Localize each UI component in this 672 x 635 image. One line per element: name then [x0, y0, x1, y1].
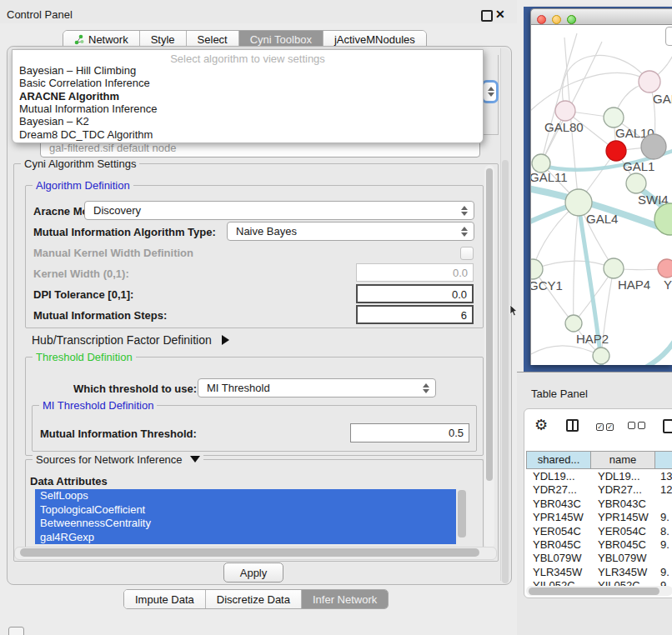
sources-group-title[interactable]: Sources for Network Inference: [33, 453, 203, 466]
network-edge[interactable]: [533, 261, 614, 269]
split-columns-icon[interactable]: [566, 419, 579, 432]
mi-threshold-group-title: MI Threshold Definition: [39, 399, 157, 412]
attributes-list-scrollbar-thumb[interactable]: [458, 490, 466, 538]
mi-type-label: Mutual Information Algorithm Type:: [33, 226, 216, 238]
network-node-y[interactable]: [658, 259, 672, 278]
network-window-titlebar[interactable]: [530, 8, 672, 25]
network-node-gcy1[interactable]: [531, 259, 543, 279]
table-row[interactable]: YDL19...YDL19...13: [524, 469, 672, 482]
network-node[interactable]: [654, 203, 672, 235]
table-cell: YBL079W: [533, 552, 582, 564]
kernel-width-field[interactable]: 0.0: [356, 263, 474, 282]
tab-select[interactable]: Select: [186, 31, 238, 48]
deselect-all-columns-icon[interactable]: [628, 419, 648, 432]
network-node-swi4[interactable]: [626, 173, 646, 193]
algorithm-popup-item[interactable]: Dream8 DC_TDC Algorithm: [19, 128, 153, 141]
table-cell: YDL19...: [598, 470, 640, 482]
algorithm-popup-item[interactable]: Bayesian – K2: [19, 115, 89, 128]
combo-stepper-icon: [422, 382, 429, 394]
algorithm-combo-focused-stepper[interactable]: [481, 80, 499, 103]
panel-scrollbar-thumb[interactable]: [502, 160, 509, 583]
which-threshold-combo[interactable]: MI Threshold: [198, 378, 436, 398]
network-canvas[interactable]: GALGAL80GAL10GAL1GAL11SWI4GAL4GCY1HAP4YH…: [530, 25, 672, 365]
network-node-hap2[interactable]: [565, 315, 582, 332]
close-traffic-light[interactable]: [537, 15, 546, 24]
network-node[interactable]: [593, 348, 609, 364]
network-node-gal80[interactable]: [555, 101, 575, 121]
algorithm-popup-item[interactable]: Bayesian – Hill Climbing: [19, 64, 136, 77]
table-cell: 9.: [660, 511, 669, 523]
cyni-algorithm-settings-title: Cyni Algorithm Settings: [21, 158, 139, 170]
data-attribute-item[interactable]: BetweennessCentrality: [35, 517, 456, 531]
network-node-label: GAL4: [586, 212, 618, 226]
gear-icon[interactable]: ⚙: [534, 416, 548, 434]
table-row[interactable]: YLR345WYLR345W9.: [524, 565, 672, 578]
table-row[interactable]: YBL079WYBL079W: [524, 551, 672, 564]
bottom-tab-impute-data[interactable]: Impute Data: [124, 590, 205, 608]
zoom-traffic-light[interactable]: [567, 15, 576, 24]
aracne-mode-value: Discovery: [93, 204, 141, 217]
network-node-hap4[interactable]: [604, 258, 624, 278]
settings-vscrollbar-thumb[interactable]: [486, 168, 493, 481]
network-node-label: GAL80: [544, 120, 584, 134]
network-node-gal10[interactable]: [604, 108, 624, 128]
new-table-icon[interactable]: [663, 419, 672, 433]
table-hscrollbar-thumb[interactable]: [529, 588, 659, 595]
algorithm-popup-item[interactable]: Mutual Information Inference: [19, 102, 157, 115]
minimized-panel-chip[interactable]: [8, 627, 24, 635]
mi-threshold-field[interactable]: 0.5: [350, 423, 469, 442]
network-edge-highlighted[interactable]: [638, 332, 672, 365]
table-row[interactable]: YBR043CYBR043C: [524, 497, 672, 510]
table-column-header[interactable]: shared...: [526, 451, 591, 469]
data-attributes-list[interactable]: SelfLoopsTopologicalCoefficientBetweenne…: [35, 489, 456, 544]
data-attribute-item[interactable]: TopologicalCoefficient: [35, 503, 456, 518]
bottom-tab-infer-network[interactable]: Infer Network: [301, 590, 388, 608]
tab-style[interactable]: Style: [139, 31, 186, 48]
algorithm-popup-item[interactable]: Basic Correlation Inference: [19, 77, 150, 89]
network-node-gal1[interactable]: [606, 141, 626, 161]
tab-cyni-toolbox[interactable]: Cyni Toolbox: [238, 31, 323, 48]
data-table-combo-value: gal-filtered.sif default node: [49, 142, 176, 154]
tab-jactivemnodules[interactable]: jActiveMNodules: [323, 31, 426, 48]
network-edge[interactable]: [563, 55, 649, 111]
table-cell: YIL052C: [533, 579, 575, 586]
table-row[interactable]: YIL052CYIL052C9: [524, 578, 672, 586]
mi-threshold-label: Mutual Information Threshold:: [40, 428, 197, 440]
table-row[interactable]: YER054CYER054C8.: [524, 524, 672, 538]
network-edge[interactable]: [531, 346, 601, 358]
table-card: ⚙ ✓✓ shared...nameA YDL19...YDL19...13YD…: [524, 408, 672, 598]
hub-definition-toggle[interactable]: Hub/Transcription Factor Definition: [32, 333, 229, 347]
mi-steps-field[interactable]: 6: [356, 305, 474, 324]
network-node[interactable]: [641, 134, 666, 159]
tab-label: jActiveMNodules: [334, 33, 415, 46]
apply-button[interactable]: Apply: [223, 562, 283, 582]
float-window-icon[interactable]: [481, 10, 493, 22]
network-edge[interactable]: [531, 72, 649, 117]
data-attribute-item[interactable]: SelfLoops: [35, 489, 456, 503]
minimize-traffic-light[interactable]: [552, 15, 561, 24]
tab-network[interactable]: Network: [63, 31, 139, 48]
table-column-header[interactable]: name: [591, 451, 655, 469]
table-row[interactable]: YDR27...YDR27...12: [524, 482, 672, 496]
dpi-tolerance-field[interactable]: 0.0: [356, 284, 474, 303]
settings-hscrollbar-thumb[interactable]: [20, 548, 479, 557]
bottom-tabbar: Impute DataDiscretize DataInfer Network: [123, 589, 389, 609]
combo-stepper-icon: [460, 205, 468, 217]
table-row[interactable]: YPR145WYPR145W9.: [524, 510, 672, 523]
mi-type-combo[interactable]: Naive Bayes: [227, 222, 474, 241]
data-attribute-item[interactable]: gal4RGexp: [35, 531, 456, 545]
manual-kernel-checkbox[interactable]: [460, 247, 474, 260]
close-icon[interactable]: ✕: [495, 8, 505, 21]
table-cell: YBR045C: [533, 538, 581, 551]
network-edge[interactable]: [574, 202, 579, 323]
table-column-header[interactable]: A: [655, 451, 672, 469]
table-row[interactable]: YBR045CYBR045C9.: [524, 538, 672, 551]
network-window: GALGAL80GAL10GAL1GAL11SWI4GAL4GCY1HAP4YH…: [530, 8, 672, 365]
algorithm-popup-item[interactable]: ARACNE Algorithm: [19, 90, 119, 102]
aracne-mode-combo[interactable]: Discovery: [84, 201, 474, 220]
bottom-tab-discretize-data[interactable]: Discretize Data: [205, 590, 301, 608]
select-all-columns-icon[interactable]: ✓✓: [596, 419, 616, 432]
network-node-label: GCY1: [531, 278, 563, 292]
network-edge[interactable]: [541, 33, 577, 163]
network-node-gal[interactable]: [639, 71, 660, 92]
